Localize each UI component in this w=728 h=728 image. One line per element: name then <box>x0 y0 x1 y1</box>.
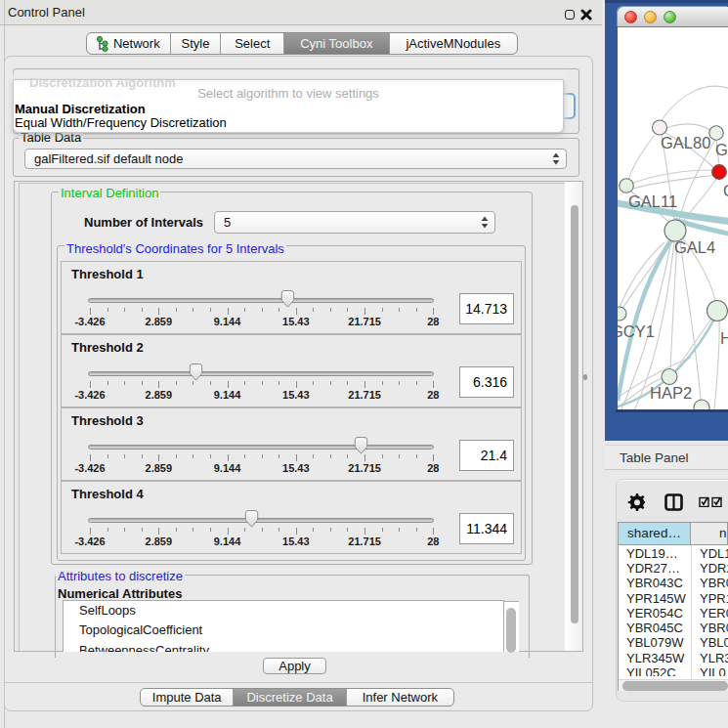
svg-text:HAP2: HAP2 <box>650 384 692 402</box>
svg-text:H: H <box>720 329 728 347</box>
svg-text:GAL4: GAL4 <box>674 238 715 256</box>
svg-text:C: C <box>723 182 728 199</box>
svg-text:GAL11: GAL11 <box>628 193 677 210</box>
svg-text:GA: GA <box>715 141 728 158</box>
svg-text:GCY1: GCY1 <box>618 322 655 340</box>
svg-text:GAL80: GAL80 <box>661 134 710 151</box>
